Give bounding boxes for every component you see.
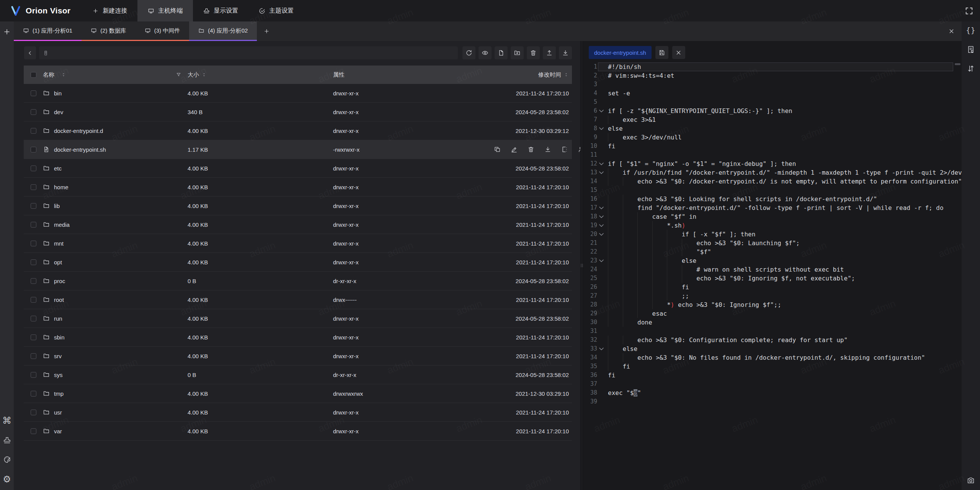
table-row[interactable]: tmp4.00 KBdrwxrwxrwx2021-12-30 03:29:10 (24, 384, 572, 403)
panel-resize-divider[interactable] (580, 41, 583, 490)
code-line[interactable]: 39 (583, 397, 962, 406)
table-row[interactable]: docker-entrypoint.sh1.17 KB-rwxrwxr-x (24, 140, 572, 159)
code-line[interactable]: 15 (583, 186, 962, 195)
filter-funnel-icon[interactable] (176, 72, 181, 78)
table-row[interactable]: usr4.00 KBdrwxr-xr-x2021-11-24 17:20:10 (24, 403, 572, 422)
table-row[interactable]: proc0 Bdr-xr-xr-x2024-05-28 23:58:02 (24, 272, 572, 290)
code-line[interactable]: 9exec 3>/dev/null (583, 133, 962, 142)
row-checkbox[interactable] (31, 334, 36, 340)
row-checkbox[interactable] (31, 166, 36, 171)
code-line[interactable]: 5 (583, 98, 962, 107)
table-row[interactable]: etc4.00 KBdrwxr-xr-x2024-05-28 23:58:02 (24, 159, 572, 178)
file-name[interactable]: mnt (54, 240, 64, 247)
screenshot-camera-icon[interactable] (967, 476, 975, 485)
column-header-name[interactable]: 名称 (43, 71, 54, 79)
table-row[interactable]: var4.00 KBdrwxr-xr-x2021-11-24 17:20:10 (24, 422, 572, 441)
file-name[interactable]: home (54, 184, 69, 190)
tab-app-analysis-02[interactable]: (4) 应用-分析02 (189, 21, 257, 41)
column-header-size[interactable]: 大小 (188, 71, 199, 79)
file-name[interactable]: run (54, 315, 62, 322)
table-row[interactable]: root4.00 KBdrwx------2021-11-24 17:20:10 (24, 290, 572, 309)
new-tab-button[interactable] (257, 21, 276, 41)
code-line[interactable]: 19*.sh) (583, 221, 962, 230)
fold-arrow[interactable] (597, 203, 606, 212)
code-line[interactable]: 18case "$f" in (583, 212, 962, 221)
fold-arrow[interactable] (597, 159, 606, 168)
menu-item-display-settings[interactable]: 显示设置 (193, 0, 248, 21)
code-line[interactable]: 33else (583, 344, 962, 353)
file-name[interactable]: proc (54, 278, 65, 284)
file-name[interactable]: lib (54, 203, 60, 209)
settings-gear-icon[interactable]: ⚙ (3, 475, 11, 484)
code-line[interactable]: 22"$f" (583, 247, 962, 256)
code-line[interactable]: 12if [ "$1" = "nginx" -o "$1" = "nginx-d… (583, 159, 962, 168)
new-folder-button[interactable] (511, 46, 524, 59)
column-header-mtime[interactable]: 修改时间 (538, 71, 561, 79)
code-line[interactable]: 2# vim:sw=4:ts=4:et (583, 71, 962, 80)
code-line[interactable]: 32echo >&3 "$0: Configuration complete; … (583, 336, 962, 344)
close-editor-button[interactable] (672, 46, 685, 59)
table-row[interactable]: lib4.00 KBdrwxr-xr-x2021-11-24 17:20:10 (24, 197, 572, 215)
code-line[interactable]: 24# warn on shell scripts without exec b… (583, 265, 962, 274)
code-line[interactable]: 38exec "$@" (583, 388, 962, 397)
file-name[interactable]: tmp (54, 390, 64, 397)
move-icon[interactable] (561, 146, 568, 153)
file-name[interactable]: docker-entrypoint.d (54, 128, 103, 134)
row-checkbox[interactable] (31, 391, 36, 397)
download-button[interactable] (559, 46, 572, 59)
command-shortcuts-icon[interactable]: ⌘ (2, 416, 11, 425)
row-checkbox[interactable] (31, 241, 36, 246)
code-line[interactable]: 23else (583, 256, 962, 265)
row-checkbox[interactable] (31, 353, 36, 359)
theme-palette-icon[interactable] (3, 456, 11, 464)
file-name[interactable]: opt (54, 259, 62, 265)
code-line[interactable]: 34echo >&3 "$0: No files found in /docke… (583, 353, 962, 362)
table-row[interactable]: sys0 Bdr-xr-xr-x2024-05-28 23:58:02 (24, 365, 572, 384)
file-name[interactable]: srv (54, 353, 62, 359)
row-checkbox[interactable] (31, 90, 36, 96)
row-checkbox[interactable] (31, 203, 36, 209)
edit-icon[interactable] (511, 146, 518, 153)
file-name[interactable]: sys (54, 372, 63, 378)
file-name[interactable]: usr (54, 409, 62, 416)
code-line[interactable]: 27;; (583, 292, 962, 300)
fold-arrow[interactable] (597, 124, 606, 133)
code-line[interactable]: 17find "/docker-entrypoint.d/" -follow -… (583, 203, 962, 212)
table-row[interactable]: home4.00 KBdrwxr-xr-x2021-11-24 17:20:10 (24, 178, 572, 197)
code-line[interactable]: 13if /usr/bin/find "/docker-entrypoint.d… (583, 168, 962, 177)
sort-carets-icon[interactable] (61, 72, 66, 77)
table-row[interactable]: bin4.00 KBdrwxr-xr-x2021-11-24 17:20:10 (24, 84, 572, 103)
code-line[interactable]: 21echo >&3 "$0: Launching $f"; (583, 239, 962, 247)
row-checkbox[interactable] (31, 109, 36, 115)
tab-app-analysis-01[interactable]: (1) 应用-分析01 (14, 21, 82, 41)
new-file-button[interactable] (495, 46, 508, 59)
code-line[interactable]: 1#!/bin/sh (583, 62, 962, 71)
code-line[interactable]: 26fi (583, 283, 962, 292)
row-checkbox[interactable] (31, 372, 36, 378)
upload-button[interactable] (543, 46, 556, 59)
table-row[interactable]: srv4.00 KBdrwxr-xr-x2021-11-24 17:20:10 (24, 347, 572, 365)
doc-bookmark-icon[interactable] (967, 45, 975, 54)
menu-item-theme-settings[interactable]: 主题设置 (248, 0, 304, 21)
file-name[interactable]: sbin (54, 334, 65, 341)
file-name[interactable]: root (54, 297, 64, 303)
braces-icon[interactable]: {} (966, 26, 976, 34)
code-line[interactable]: 8else (583, 124, 962, 133)
table-row[interactable]: mnt4.00 KBdrwxr-xr-x2021-11-24 17:20:10 (24, 234, 572, 253)
code-line[interactable]: 14echo >&3 "$0: /docker-entrypoint.d/ is… (583, 177, 962, 186)
delete-button[interactable] (527, 46, 540, 59)
preview-button[interactable] (479, 46, 492, 59)
file-name[interactable]: dev (54, 109, 63, 115)
file-name[interactable]: etc (54, 165, 62, 172)
close-panel-icon[interactable] (948, 28, 955, 34)
code-line[interactable]: 25echo >&3 "$0: Ignoring $f, not executa… (583, 274, 962, 283)
save-button[interactable] (655, 46, 668, 59)
row-checkbox[interactable] (31, 184, 36, 190)
path-input[interactable] (52, 49, 454, 56)
code-line[interactable]: 30done (583, 318, 962, 327)
code-line[interactable]: 10fi (583, 142, 962, 151)
code-line[interactable]: 7exec 3>&1 (583, 115, 962, 124)
editor-code[interactable]: 1#!/bin/sh2# vim:sw=4:ts=4:et34set -e56i… (583, 62, 962, 406)
code-line[interactable]: 31 (583, 327, 962, 336)
sort-carets-icon[interactable] (564, 72, 569, 77)
